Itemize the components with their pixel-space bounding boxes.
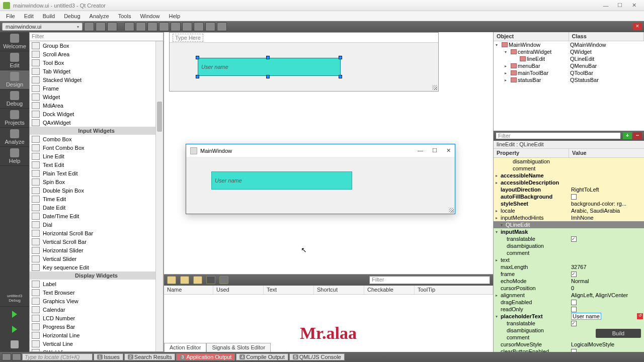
preview-minimize-button[interactable]: — xyxy=(418,147,423,154)
property-remove-button[interactable]: − xyxy=(633,132,642,139)
action-new-button[interactable] xyxy=(167,276,176,284)
scrollbar[interactable] xyxy=(155,41,163,351)
mode-projects[interactable]: Projects xyxy=(0,109,29,128)
property-row[interactable]: layoutDirectionRightToLeft xyxy=(494,186,644,193)
layout-button[interactable] xyxy=(194,22,204,31)
layout-button[interactable] xyxy=(147,22,157,31)
widget-item[interactable]: Time Edit xyxy=(30,195,163,203)
status-icon[interactable] xyxy=(2,353,11,360)
toolbar-button[interactable] xyxy=(84,22,94,31)
build-button[interactable] xyxy=(0,337,29,352)
property-row[interactable]: ▸accessibleDescription xyxy=(494,179,644,186)
widget-item[interactable]: Text Edit xyxy=(30,160,163,169)
widget-item[interactable]: Line Edit xyxy=(30,152,163,160)
menu-window[interactable]: Window xyxy=(136,12,164,20)
maximize-button[interactable]: ☐ xyxy=(613,2,627,9)
action-tabs[interactable]: Action Editor Signals & Slots Editor xyxy=(164,343,271,352)
widget-item[interactable]: Vertical Line xyxy=(30,339,163,348)
widget-item[interactable]: QAxWidget xyxy=(30,118,163,127)
widget-item[interactable]: Key sequence Edit xyxy=(30,263,163,272)
widget-item[interactable]: Combo Box xyxy=(30,135,163,143)
widget-item[interactable]: Date Edit xyxy=(30,203,163,212)
mode-welcome[interactable]: Welcome xyxy=(0,32,29,51)
preview-maximize-button[interactable]: ☐ xyxy=(432,147,437,154)
mode-analyze[interactable]: Analyze xyxy=(0,128,29,147)
widget-item[interactable]: Date/Time Edit xyxy=(30,212,163,220)
object-row[interactable]: lineEditQLineEdit xyxy=(494,55,644,62)
mode-design[interactable]: Design xyxy=(0,70,29,89)
build-button[interactable]: Build xyxy=(596,329,641,338)
property-row[interactable]: clearButtonEnabled xyxy=(494,348,644,352)
property-row[interactable]: maxLength32767 xyxy=(494,263,644,270)
toolbar-button[interactable] xyxy=(96,22,106,31)
menu-edit[interactable]: Edit xyxy=(20,12,38,20)
mode-help[interactable]: Help xyxy=(0,147,29,166)
widget-item[interactable]: Dock Widget xyxy=(30,110,163,118)
widget-item[interactable]: Double Spin Box xyxy=(30,186,163,195)
property-row[interactable]: ▸alignmentAlignLeft, AlignVCenter xyxy=(494,292,644,299)
form-resize-grip[interactable] xyxy=(432,85,437,90)
design-form[interactable]: Type Here User name xyxy=(169,32,439,92)
menu-build[interactable]: Build xyxy=(39,12,59,20)
mode-edit[interactable]: Edit xyxy=(0,51,29,70)
property-row[interactable]: ▸text xyxy=(494,256,644,263)
widget-item[interactable]: Horizontal Line xyxy=(30,331,163,339)
property-add-button[interactable]: + xyxy=(623,132,632,139)
resize-handle[interactable] xyxy=(339,75,342,78)
property-row[interactable]: disambiguation xyxy=(494,242,644,249)
widget-item[interactable]: Horizontal Slider xyxy=(30,246,163,254)
preview-window[interactable]: MainWindow — ☐ ✕ User name xyxy=(186,144,455,214)
property-row[interactable]: translatable xyxy=(494,235,644,242)
object-row[interactable]: ▾centralWidgetQWidget xyxy=(494,48,644,55)
widget-item[interactable]: Calendar xyxy=(30,305,163,314)
object-inspector-tree[interactable]: ▾MainWindowQMainWindow▾centralWidgetQWid… xyxy=(494,41,644,131)
layout-button[interactable] xyxy=(205,22,215,31)
property-row[interactable]: cursorMoveStyleLogicalMoveStyle xyxy=(494,341,644,348)
property-row[interactable]: echoModeNormal xyxy=(494,278,644,285)
resize-handle[interactable] xyxy=(196,75,199,78)
widget-item[interactable]: Group Box xyxy=(30,41,163,50)
output-tab[interactable]: 4Compile Output xyxy=(236,353,288,360)
run-button[interactable] xyxy=(0,307,29,322)
widget-item[interactable]: Graphics View xyxy=(30,297,163,305)
object-row[interactable]: ▾MainWindowQMainWindow xyxy=(494,41,644,48)
action-filter-input[interactable]: Filter xyxy=(369,276,490,284)
property-section[interactable]: ▾QLineEdit xyxy=(494,221,644,228)
resize-handle[interactable] xyxy=(266,75,270,78)
widget-item[interactable]: Stacked Widget xyxy=(30,75,163,84)
output-tab[interactable]: 3Application Output xyxy=(176,353,235,360)
output-tab[interactable]: 2Search Results xyxy=(124,353,176,360)
debug-run-button[interactable] xyxy=(0,322,29,337)
widget-category[interactable]: Input Widgets xyxy=(30,127,163,135)
property-row[interactable]: comment xyxy=(494,165,644,172)
widget-item[interactable]: Tool Box xyxy=(30,58,163,67)
layout-button[interactable] xyxy=(217,22,227,31)
resize-handle[interactable] xyxy=(196,56,199,59)
resize-handle[interactable] xyxy=(339,56,342,59)
property-filter-input[interactable]: Filter xyxy=(496,132,621,139)
property-row[interactable]: ▾placeholderTextUser name↺ xyxy=(494,313,644,320)
widget-item[interactable]: MdiArea xyxy=(30,101,163,110)
action-button[interactable] xyxy=(193,276,202,284)
widget-item[interactable]: Horizontal Scroll Bar xyxy=(30,229,163,237)
widget-item[interactable]: QWebView xyxy=(30,348,163,352)
kit-selector[interactable]: untitled3Debug xyxy=(0,290,29,307)
action-delete-button[interactable] xyxy=(206,276,215,284)
locator-input[interactable]: Type to locate (Ctrl+K) xyxy=(22,353,93,360)
widget-filter-input[interactable]: Filter xyxy=(29,32,164,41)
menu-help[interactable]: Help xyxy=(165,12,185,20)
preview-close-button[interactable]: ✕ xyxy=(446,147,451,154)
tab-close-button[interactable]: ✕ xyxy=(633,23,642,30)
property-row[interactable]: ▸localeArabic, SaudiArabia xyxy=(494,207,644,214)
property-row[interactable]: frame xyxy=(494,270,644,278)
widget-item[interactable]: Vertical Slider xyxy=(30,254,163,263)
object-row[interactable]: ▸menuBarQMenuBar xyxy=(494,62,644,69)
lineedit-widget[interactable]: User name xyxy=(198,58,341,76)
property-list[interactable]: disambiguation comment▸accessibleName▸ac… xyxy=(494,158,644,352)
tab-signals-slots[interactable]: Signals & Slots Editor xyxy=(206,343,271,352)
output-tab[interactable]: 5QML/JS Console xyxy=(289,353,345,360)
tab-action-editor[interactable]: Action Editor xyxy=(164,343,206,352)
preview-lineedit[interactable]: User name xyxy=(211,171,352,190)
minimize-button[interactable]: — xyxy=(599,3,613,9)
widget-category[interactable]: Display Widgets xyxy=(30,272,163,280)
